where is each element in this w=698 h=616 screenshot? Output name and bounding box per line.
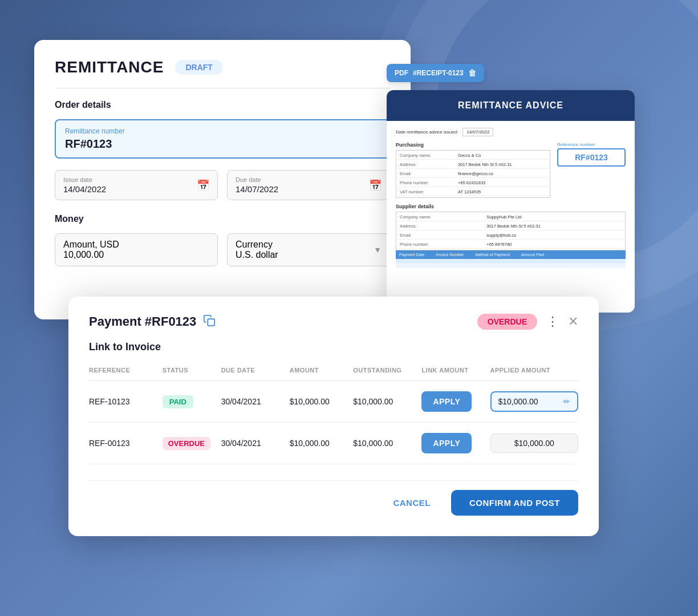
row1-due-date: 30/04/2021 [221, 381, 290, 423]
ref-number-value: RF#0123 [557, 148, 626, 167]
sup-company-label: Company name: [397, 213, 483, 221]
link-to-invoice-label: Link to Invoice [89, 341, 578, 353]
advice-header: REMITTANCE ADVICE [387, 90, 635, 121]
due-date-value: 14/07/2022 [236, 184, 278, 194]
row1-status: PAID [163, 381, 221, 423]
method-header: Method of Payment [475, 253, 510, 257]
sup-company-value: SuppyHub Pte Ltd [484, 213, 624, 221]
remittance-card: REMITTANCE DRAFT Order details Remittanc… [34, 40, 411, 319]
pdf-bar[interactable]: PDF #RECEIPT-0123 🗑 [387, 64, 484, 82]
money-label: Money [55, 214, 390, 224]
advice-ref-col: Reference number RF#0123 [557, 142, 626, 198]
edit-icon-row1[interactable]: ✏ [563, 397, 570, 406]
remittance-number-label: Remittance number [65, 127, 380, 135]
payment-date-header: Payment Date [399, 253, 424, 257]
row2-applied-cell: $10,000.00 [490, 423, 579, 464]
amount-field[interactable]: Amount, USD 10,000.00 [55, 233, 218, 266]
purchasing-title: Purchasing [396, 142, 550, 148]
dialog-right: OVERDUE ⋮ ✕ [477, 314, 578, 330]
calendar-icon-issue[interactable]: 📅 [197, 179, 209, 192]
vat-value: AT 1234535 [456, 188, 549, 196]
due-date-field[interactable]: Due date 14/07/2022 📅 [227, 170, 390, 200]
email-value: finance@gecco.co [456, 170, 549, 178]
close-dialog-button[interactable]: ✕ [568, 314, 578, 329]
invoice-number-header: Invoice Number [436, 253, 464, 257]
company-name-label: Company name: [397, 152, 454, 160]
draft-badge: DRAFT [175, 60, 222, 75]
row1-reference: REF-10123 [89, 381, 163, 423]
payment-dialog: Payment #RF0123 OVERDUE ⋮ ✕ Link to Invo… [68, 297, 599, 536]
money-row: Amount, USD 10,000.00 Currency U.S. doll… [55, 233, 390, 266]
row1-apply-cell: APPLY [421, 381, 490, 423]
row2-status: OVERDUE [163, 423, 221, 464]
advice-date-row: Date remittance advice issued: 14/07/202… [396, 128, 626, 136]
apply-button-row2[interactable]: APPLY [421, 433, 472, 453]
row2-reference: REF-00123 [89, 423, 163, 464]
purchasing-table: Company name:Gecco & Co Address:3017 Bed… [396, 150, 550, 198]
amount-label: Amount, USD [63, 240, 209, 250]
menu-dots-button[interactable]: ⋮ [546, 314, 559, 329]
header-divider [55, 88, 390, 88]
overdue-badge-row2: OVERDUE [163, 437, 210, 450]
issue-date-label: Issue date [63, 176, 106, 183]
amount-paid-header: Amount Paid [521, 253, 544, 257]
pdf-label: PDF [395, 69, 408, 77]
ref-number-label: Reference number [557, 142, 626, 147]
row2-amount: $10,000.00 [290, 423, 354, 464]
company-name-value: Gecco & Co [456, 152, 549, 160]
dialog-header: Payment #RF0123 OVERDUE ⋮ ✕ [89, 314, 578, 330]
email-label: Email: [397, 170, 454, 178]
payment-table-header: Payment Date Invoice Number Method of Pa… [396, 250, 626, 259]
applied-amount-active[interactable]: $10,000.00 ✏ [490, 391, 579, 412]
svg-rect-0 [208, 319, 215, 326]
paid-badge: PAID [163, 395, 193, 408]
row1-outstanding: $10,000.00 [353, 381, 421, 423]
address-label: Address: [397, 161, 454, 169]
advice-date-value: 14/07/2022 [462, 128, 493, 136]
sup-phone-value: +65 8976780 [484, 241, 624, 249]
remittance-number-field[interactable]: Remittance number RF#0123 [55, 119, 390, 159]
date-row: Issue date 14/04/2022 📅 Due date 14/07/2… [55, 170, 390, 200]
th-outstanding: OUTSTANDING [353, 367, 421, 381]
supplier-title: Supplier details [396, 204, 626, 209]
advice-date-label: Date remittance advice issued: [396, 129, 458, 135]
advice-purchasing-col: Purchasing Company name:Gecco & Co Addre… [396, 142, 550, 198]
copy-icon[interactable] [203, 314, 216, 330]
table-row: REF-10123 PAID 30/04/2021 $10,000.00 $10… [89, 381, 578, 423]
currency-dropdown-icon[interactable]: ▼ [374, 245, 382, 254]
advice-card: REMITTANCE ADVICE Date remittance advice… [387, 90, 635, 313]
dialog-title: Payment #RF0123 [89, 314, 196, 329]
row1-amount: $10,000.00 [290, 381, 354, 423]
th-status: STATUS [163, 367, 221, 381]
supplier-col: Supplier details Company name:SuppyHub P… [396, 204, 626, 250]
calendar-icon-due[interactable]: 📅 [369, 179, 382, 192]
pdf-ref: #RECEIPT-0123 [413, 69, 464, 77]
due-date-label: Due date [236, 176, 278, 183]
cancel-button[interactable]: CANCEL [382, 492, 442, 513]
overdue-status-badge: OVERDUE [477, 314, 537, 330]
phone-label: Phone number: [397, 179, 454, 187]
advice-title: REMITTANCE ADVICE [458, 100, 563, 110]
dialog-footer: CANCEL CONFIRM AND POST [89, 480, 578, 516]
apply-button-row1[interactable]: APPLY [421, 391, 472, 412]
row2-apply-cell: APPLY [421, 423, 490, 464]
issue-date-field[interactable]: Issue date 14/04/2022 📅 [55, 170, 218, 200]
row1-applied-cell: $10,000.00 ✏ [490, 381, 579, 423]
th-applied-amount: APPLIED AMOUNT [490, 367, 579, 381]
pdf-delete-icon[interactable]: 🗑 [468, 68, 476, 78]
sup-email-value: supply@hub.co [484, 232, 624, 240]
dialog-title-row: Payment #RF0123 [89, 314, 216, 330]
advice-two-col: Purchasing Company name:Gecco & Co Addre… [396, 142, 626, 198]
invoice-table: REFERENCE STATUS DUE DATE AMOUNT OUTSTAN… [89, 367, 578, 464]
th-amount: AMOUNT [290, 367, 354, 381]
currency-field[interactable]: Currency U.S. dollar ▼ [227, 233, 390, 266]
sup-address-label: Address: [397, 222, 483, 230]
confirm-and-post-button[interactable]: CONFIRM AND POST [451, 490, 578, 516]
issue-date-value: 14/04/2022 [63, 184, 106, 194]
remittance-header: REMITTANCE DRAFT [55, 58, 390, 76]
remittance-number-value: RF#0123 [65, 137, 380, 151]
th-link-amount: LINK AMOUNT [421, 367, 490, 381]
sup-phone-label: Phone number: [397, 241, 483, 249]
order-details-label: Order details [55, 100, 390, 110]
amount-value: 10,000.00 [63, 250, 209, 260]
